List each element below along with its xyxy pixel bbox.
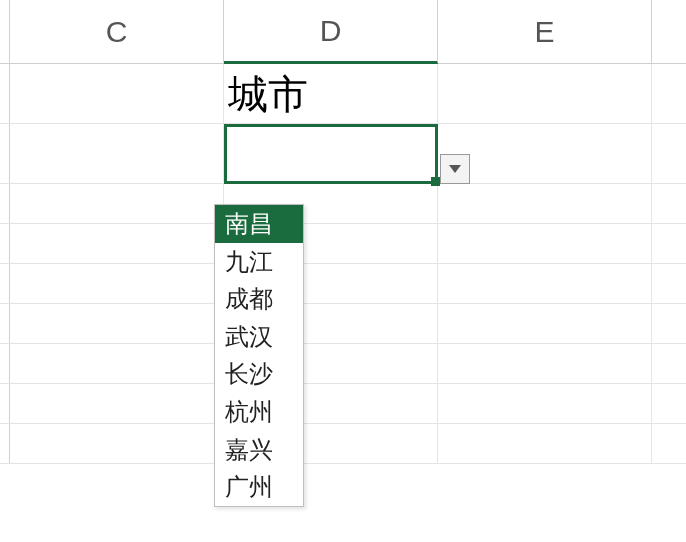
svg-marker-0 [449,165,461,173]
cell-e2[interactable] [438,124,652,183]
cell-e1[interactable] [438,64,652,123]
dropdown-option-6[interactable]: 嘉兴 [215,431,303,469]
spreadsheet: C D E 城市 南昌 [0,0,686,542]
cell-c8[interactable] [10,384,224,423]
cell-e7[interactable] [438,344,652,383]
col-header-d[interactable]: D [224,0,438,64]
cell-d1-text: 城市 [228,66,436,122]
column-headers: C D E [0,0,686,64]
cell-c3[interactable] [10,184,224,223]
dropdown-option-7[interactable]: 广州 [215,468,303,506]
cell-c9[interactable] [10,424,224,463]
cell-c7[interactable] [10,344,224,383]
row-6 [0,304,686,344]
row-3 [0,184,686,224]
chevron-down-icon [448,164,462,174]
corner-stub [0,0,10,63]
dropdown-option-0[interactable]: 南昌 [215,205,303,243]
dropdown-option-4[interactable]: 长沙 [215,355,303,393]
selected-cell-d2[interactable] [224,124,438,184]
cell-e6[interactable] [438,304,652,343]
data-validation-dropdown-list[interactable]: 南昌 九江 成都 武汉 长沙 杭州 嘉兴 广州 [214,204,304,507]
data-validation-dropdown-button[interactable] [440,154,470,184]
row-8 [0,384,686,424]
cell-e5[interactable] [438,264,652,303]
cell-c5[interactable] [10,264,224,303]
col-header-e[interactable]: E [438,0,652,63]
cell-c6[interactable] [10,304,224,343]
cell-c2[interactable] [10,124,224,183]
dropdown-option-1[interactable]: 九江 [215,243,303,281]
row-stub [0,64,10,123]
cell-e3[interactable] [438,184,652,223]
row-stub [0,124,10,183]
dropdown-option-2[interactable]: 成都 [215,280,303,318]
dropdown-option-5[interactable]: 杭州 [215,393,303,431]
cell-e4[interactable] [438,224,652,263]
dropdown-option-3[interactable]: 武汉 [215,318,303,356]
row-5 [0,264,686,304]
fill-handle[interactable] [431,177,440,186]
row-9 [0,424,686,464]
row-4 [0,224,686,264]
row-7 [0,344,686,384]
cell-c1[interactable] [10,64,224,123]
cell-c4[interactable] [10,224,224,263]
cell-e8[interactable] [438,384,652,423]
col-header-c[interactable]: C [10,0,224,63]
cell-e9[interactable] [438,424,652,463]
